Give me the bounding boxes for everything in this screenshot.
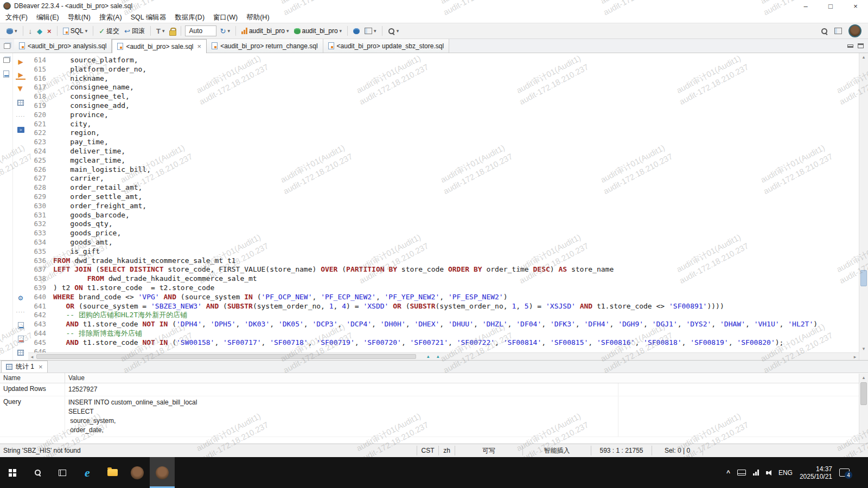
code-line[interactable]: 630 order_freight_amt,: [28, 202, 859, 211]
code-line[interactable]: 624 deliver_time,: [28, 147, 859, 156]
tray-chevron-up-icon[interactable]: ^: [726, 469, 730, 477]
vertical-scrollbar[interactable]: ▴ ▾: [859, 53, 868, 360]
output-view-icon[interactable]: [16, 321, 25, 330]
refresh-dropdown[interactable]: ↻ ▾: [218, 27, 231, 36]
code-line[interactable]: 643 AND t1.store_code NOT IN ('DPH4', 'D…: [28, 320, 859, 329]
code-line[interactable]: 628 order_retail_amt,: [28, 183, 859, 192]
code-line[interactable]: 615 platform_order_no,: [28, 65, 859, 74]
code-line[interactable]: 636FROM dwd_trade_hkaudit_ecommerce_sale…: [28, 256, 859, 266]
statistics-tab[interactable]: 统计 1 ×: [1, 361, 48, 373]
sql-editor-surface[interactable]: 614 source_platform,615 platform_order_n…: [28, 53, 859, 360]
menu-item-8[interactable]: 帮助(H): [242, 12, 273, 23]
minimize-button[interactable]: –: [793, 0, 818, 12]
code-line[interactable]: 626 main_logistic_bill,: [28, 165, 859, 175]
minimize-view-icon[interactable]: [847, 44, 853, 48]
code-line[interactable]: 623 pay_time,: [28, 138, 859, 147]
start-button[interactable]: [0, 457, 25, 488]
disconnect-button[interactable]: ×: [46, 27, 53, 36]
search-dropdown[interactable]: ▾: [386, 27, 401, 36]
menu-item-7[interactable]: 窗口(W): [209, 12, 242, 23]
code-line[interactable]: 639) t2 ON t1.store_code = t2.store_code: [28, 284, 859, 293]
stats-row[interactable]: QueryINSERT INTO custom_online_sale_bill…: [0, 396, 868, 437]
code-line[interactable]: 625 mgclear_time,: [28, 156, 859, 165]
menu-item-4[interactable]: 搜索(A): [95, 12, 126, 23]
topology-dropdown[interactable]: ▾: [363, 27, 378, 35]
code-area[interactable]: 614 source_platform,615 platform_order_n…: [28, 53, 859, 352]
code-line[interactable]: 631 goods_barcode,: [28, 211, 859, 220]
column-header-name[interactable]: Name: [0, 373, 65, 383]
quick-search-icon[interactable]: [821, 28, 828, 35]
code-line[interactable]: 629 order_settle_amt,: [28, 192, 859, 202]
code-line[interactable]: 632 goods_qty,: [28, 220, 859, 229]
open-connection-button[interactable]: ▾: [5, 27, 19, 35]
scroll-right-arrow[interactable]: ▸: [851, 353, 859, 360]
taskbar-search-button[interactable]: [25, 457, 50, 488]
code-line[interactable]: 627 carrier,: [28, 174, 859, 183]
dbeaver-taskbar-button-active[interactable]: [150, 457, 175, 488]
code-line[interactable]: 622 region,: [28, 129, 859, 138]
notification-center-icon[interactable]: 4: [839, 468, 850, 477]
internet-explorer-button[interactable]: e: [75, 457, 100, 488]
minimized-editor-icon[interactable]: [3, 70, 9, 78]
code-line[interactable]: 645 AND t1.store_code NOT IN ('SW00158',…: [28, 338, 859, 348]
explain-plan-icon[interactable]: ▶: [16, 84, 25, 94]
maximize-view-icon[interactable]: [858, 43, 864, 48]
fetch-button[interactable]: ↓: [27, 27, 34, 36]
scroll-up-arrow[interactable]: ▴: [859, 53, 868, 61]
menu-item-6[interactable]: 数据库(D): [170, 12, 209, 23]
code-line[interactable]: 635 is_gift: [28, 247, 859, 256]
scroll-down-arrow[interactable]: ▾: [859, 345, 868, 352]
close-button[interactable]: ×: [843, 0, 868, 12]
tab-close-icon[interactable]: ×: [197, 42, 202, 50]
rollback-button[interactable]: ↩ 回滚: [123, 25, 146, 37]
code-line[interactable]: 614 source_platform,: [28, 56, 859, 65]
minimized-views-icon[interactable]: [3, 57, 10, 63]
code-line[interactable]: 618 consignee_tel,: [28, 92, 859, 101]
code-line[interactable]: 620 province,: [28, 111, 859, 120]
file-explorer-button[interactable]: [100, 457, 125, 488]
network-button[interactable]: [352, 27, 361, 35]
code-line[interactable]: 621 city,: [28, 120, 859, 129]
menu-item-2[interactable]: 编辑(E): [32, 12, 63, 23]
transaction-mode-dropdown[interactable]: T ▾: [155, 27, 166, 36]
commit-mode-input[interactable]: Auto: [185, 25, 216, 36]
close-panel-icon[interactable]: ×: [39, 363, 43, 371]
settings-gear-icon[interactable]: ⚙: [16, 294, 25, 303]
execute-script-icon[interactable]: ▶: [16, 71, 25, 80]
editor-tab-2[interactable]: <audit_bi_pro> sale.sql×: [112, 39, 207, 53]
panel-scroll-up-arrow[interactable]: ▴: [859, 374, 868, 381]
network-icon[interactable]: [753, 470, 759, 476]
code-line[interactable]: 637LEFT JOIN (SELECT DISTINCT store_code…: [28, 265, 859, 274]
editor-tab-1[interactable]: <audit_bi_pro> analysis.sql: [14, 39, 112, 53]
menu-item-1[interactable]: 文件(F): [1, 12, 32, 23]
restore-editors-button[interactable]: [0, 39, 14, 53]
database-selector[interactable]: audit_bi_pro ▾: [240, 26, 291, 36]
language-indicator[interactable]: ENG: [778, 469, 793, 477]
perspective-icon[interactable]: [834, 28, 842, 34]
touch-keyboard-icon[interactable]: [737, 470, 746, 476]
more-options-dots[interactable]: ····: [16, 307, 25, 316]
sql-editor-dropdown[interactable]: SQL ▾: [61, 26, 90, 36]
code-line[interactable]: 634 goods_amt,: [28, 238, 859, 247]
dbeaver-taskbar-button[interactable]: [125, 457, 150, 488]
commit-button[interactable]: ✓ 提交: [97, 25, 121, 37]
scroll-left-arrow[interactable]: ◂: [28, 353, 36, 360]
horizontal-scroll-thumb[interactable]: [36, 354, 416, 359]
code-line[interactable]: 644 -- 排除斯博兹海外店铺: [28, 329, 859, 338]
stats-row[interactable]: Updated Rows12527927: [0, 383, 868, 396]
result-grid-icon[interactable]: [16, 98, 25, 107]
volume-icon[interactable]: [766, 470, 771, 476]
editor-tab-4[interactable]: <audit_bi_pro> update_sbz_store.sql: [323, 39, 449, 53]
panel-vertical-scrollbar[interactable]: ▴: [859, 374, 868, 444]
vertical-scroll-thumb[interactable]: [860, 270, 867, 286]
maximize-button[interactable]: □: [818, 0, 843, 12]
grid-view-icon[interactable]: [16, 348, 25, 357]
column-header-value[interactable]: Value: [65, 373, 88, 383]
code-line[interactable]: 616 nickname,: [28, 74, 859, 84]
editor-tab-3[interactable]: <audit_bi_pro> return_change.sql: [207, 39, 323, 53]
lock-button[interactable]: [168, 27, 177, 36]
code-line[interactable]: 617 consignee_name,: [28, 83, 859, 92]
code-line[interactable]: 641 OR (source_system = 'SBZE3_NEW3' AND…: [28, 302, 859, 311]
code-line[interactable]: 633 goods_price,: [28, 229, 859, 238]
panel-scroll-thumb[interactable]: [860, 382, 867, 405]
